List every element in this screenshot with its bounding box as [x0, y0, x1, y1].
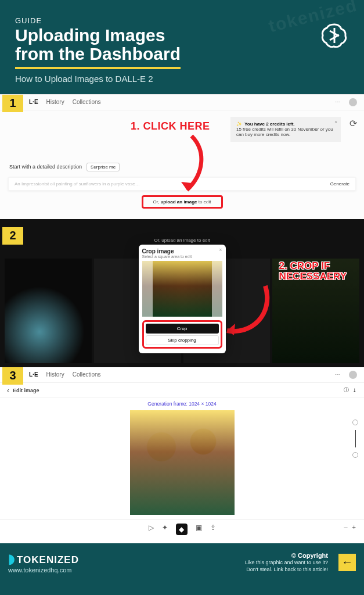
nav-brand: L·E [29, 371, 38, 378]
frame-tool-icon[interactable]: ▣ [196, 524, 202, 535]
guide-title: Uploading Images from the Dashboard [15, 26, 181, 69]
annotation-2: 2. CROP IF NECESSAERY [279, 261, 347, 282]
crop-preview-image[interactable] [142, 261, 222, 317]
upload-tool-icon[interactable]: ⇪ [210, 524, 216, 535]
crop-modal-subtitle: Select a square area to edit [142, 255, 222, 259]
generation-frame-label: Generation frame: 1024 × 1024 [0, 401, 364, 407]
cursor-tool-icon[interactable]: ▷ [149, 524, 154, 535]
download-icon[interactable]: ⤓ [352, 388, 357, 393]
pan-tool-icon[interactable]: ✦ [162, 524, 168, 535]
step-3-badge: 3 [2, 367, 23, 385]
edit-image-label: Edit image [13, 388, 39, 393]
credits-notice: × ✨ You have 2 credits left. 15 free cre… [230, 117, 341, 142]
copyright-block: © Copyright Like this graphic and want t… [245, 551, 328, 574]
crop-button[interactable]: Crop [146, 324, 219, 334]
nav-collections-link[interactable]: Collections [73, 371, 101, 378]
step-2-panel: 2 Or, upload an image to edit × Crop ima… [0, 219, 364, 367]
step-1-badge: 1 [2, 95, 23, 112]
edit-header: ‹ Edit image ⓘ ⤓ [0, 383, 364, 397]
sparkle-icon: ✨ [236, 121, 242, 127]
zoom-out-button[interactable]: – [344, 524, 347, 531]
brand-name: TOKENIZED [17, 554, 79, 565]
step-3-panel: 3 L·E History Collections ⋯ ‹ Edit image… [0, 367, 364, 543]
refresh-icon[interactable]: ⟳ [349, 118, 357, 129]
close-icon[interactable]: × [219, 247, 222, 253]
zoom-rail[interactable] [352, 420, 358, 458]
crop-modal: × Crop image Select a square area to edi… [139, 245, 226, 353]
surprise-me-button[interactable]: Surprise me [87, 163, 120, 171]
brand-dot-icon: ◗ [8, 551, 16, 566]
back-icon[interactable]: ‹ [7, 386, 9, 395]
rail-dot-icon[interactable] [352, 420, 358, 425]
avatar[interactable] [349, 98, 357, 106]
start-label: Start with a detailed description [9, 164, 82, 170]
avatar[interactable] [349, 371, 357, 379]
guide-subtitle: How to Upload Images to DALL-E 2 [15, 74, 349, 84]
copyright-label: © Copyright [245, 551, 328, 560]
step-1-panel: 1 L·E History Collections ⋯ × ✨ You have… [0, 94, 364, 219]
upload-image-link[interactable]: Or, upload an image to edit [142, 195, 223, 209]
arrow-badge-icon: ← [338, 554, 356, 571]
step-2-badge: 2 [2, 227, 23, 245]
dalle-top-nav-3: L·E History Collections ⋯ [0, 367, 364, 383]
eraser-tool-icon[interactable]: ◆ [176, 524, 188, 535]
nav-history-link[interactable]: History [46, 371, 64, 378]
arrow-2-icon [219, 283, 271, 347]
crop-modal-title: Crop image [142, 248, 222, 255]
credits-title: You have 2 credits left. [244, 121, 295, 127]
title-line2: from the Dashboard [15, 44, 181, 63]
zoom-in-button[interactable]: + [352, 524, 356, 531]
brand-block: ◗TOKENIZED www.tokenizedhq.com [8, 551, 79, 574]
generate-button[interactable]: Generate [330, 181, 349, 187]
nav-history-link[interactable]: History [46, 99, 64, 105]
annotation-1: 1. CLICK HERE [131, 120, 210, 132]
openai-logo-icon [320, 21, 349, 52]
copyright-line2: Don't steal. Link back to this article! [245, 567, 328, 574]
canvas-image[interactable] [130, 410, 235, 515]
prompt-placeholder: An Impressionist oil painting of sunflow… [15, 181, 140, 187]
close-icon[interactable]: × [334, 119, 337, 124]
menu-dots-icon[interactable]: ⋯ [335, 99, 341, 105]
credits-body: 15 free credits will refill on 30 Novemb… [236, 127, 335, 137]
brand-url[interactable]: www.tokenizedhq.com [8, 567, 79, 574]
rail-dot-icon[interactable] [352, 452, 358, 458]
footer: ◗TOKENIZED www.tokenizedhq.com © Copyrig… [0, 543, 364, 584]
help-icon[interactable]: ⓘ [344, 386, 349, 394]
copyright-line1: Like this graphic and want to use it? [245, 560, 328, 567]
arrow-1-icon [180, 133, 209, 197]
upload-hint: Or, upload an image to edit [154, 238, 210, 243]
nav-brand: L·E [29, 99, 38, 105]
skip-cropping-button[interactable]: Skip cropping [146, 335, 219, 345]
nav-collections-link[interactable]: Collections [73, 99, 101, 105]
dalle-top-nav: L·E History Collections ⋯ [0, 95, 364, 110]
menu-dots-icon[interactable]: ⋯ [335, 371, 341, 378]
guide-label: GUIDE [15, 16, 349, 25]
title-line1: Uploading Images [15, 26, 165, 45]
guide-header: tokenized GUIDE Uploading Images from th… [0, 0, 364, 94]
crop-buttons-highlight: Crop Skip cropping [142, 320, 222, 349]
toolbar: ▷ ✦ ◆ ▣ ⇪ – + [0, 519, 364, 543]
